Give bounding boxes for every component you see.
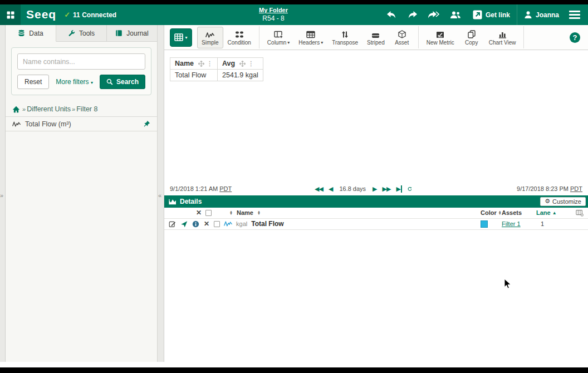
user-menu[interactable]: Joanna xyxy=(517,4,566,25)
details-panel-title: Details xyxy=(180,198,202,205)
tab-tools[interactable]: Tools xyxy=(56,25,107,41)
timezone-link[interactable]: PDT xyxy=(219,185,232,192)
tab-data-label: Data xyxy=(29,30,43,37)
topbar-actions: Get link Joanna xyxy=(381,4,588,25)
column-menu-icon[interactable]: ⋮ xyxy=(207,60,213,67)
pin-icon[interactable] xyxy=(143,120,150,127)
fast-forward-button[interactable] xyxy=(423,4,445,25)
my-folder-link[interactable]: My Folder xyxy=(259,6,288,14)
details-table-header: ✕ ▲▼ Name ▲▼ Color ▲▼ Assets Lane ▲ xyxy=(164,208,588,219)
undo-button[interactable] xyxy=(381,4,402,25)
drag-handle-icon[interactable] xyxy=(239,61,246,67)
table-options-icon xyxy=(576,209,584,217)
toolbar-button-simple[interactable]: Simple xyxy=(197,27,223,48)
simple-table-header-avg[interactable]: Avg⋮ xyxy=(218,58,263,70)
search-button[interactable]: Search xyxy=(100,75,145,89)
sort-icon[interactable]: ▲▼ xyxy=(229,210,233,215)
chevron-down-icon: ▾ xyxy=(185,35,187,40)
toolbar-button-asset[interactable]: Asset xyxy=(389,27,415,48)
asset-link[interactable]: Filter 1 xyxy=(502,220,521,227)
simple-table: Name⋮ Avg⋮ Total Flow 2541.9 kgal xyxy=(170,57,263,81)
connection-status[interactable]: ✓ 11 Connected xyxy=(64,11,116,19)
refresh-icon[interactable] xyxy=(408,185,412,193)
row-lane: 1 xyxy=(536,220,544,227)
undo-icon xyxy=(386,11,397,19)
display-range-bar: 9/1/2018 1:21 AMPDT ◀◀ ◀ 16.8 days ▶ ▶▶ … xyxy=(164,183,588,195)
area-chart-icon xyxy=(169,198,177,205)
range-end[interactable]: 9/17/2018 8:23 PMPDT xyxy=(517,185,582,192)
help-button[interactable]: ? xyxy=(570,32,580,43)
user-name: Joanna xyxy=(536,11,559,19)
breadcrumb-separator: » xyxy=(72,106,75,112)
row-checkbox[interactable] xyxy=(214,221,220,227)
customize-button[interactable]: ⚙ Customize xyxy=(540,197,586,206)
sort-icon[interactable]: ▲▼ xyxy=(257,210,261,215)
toolbar-button-column[interactable]: Column▾ xyxy=(263,27,294,48)
more-filters-link[interactable]: More filters ▾ xyxy=(56,78,93,86)
range-start-date[interactable]: 9/1/2018 1:21 AM xyxy=(170,185,218,192)
toolbar-button-striped[interactable]: Striped xyxy=(362,27,389,48)
remove-all-icon[interactable]: ✕ xyxy=(196,209,202,217)
simple-table-header-name[interactable]: Name⋮ xyxy=(170,58,218,70)
user-icon xyxy=(524,11,532,19)
table-view-dropdown-button[interactable]: ▾ xyxy=(170,28,192,47)
get-link-button[interactable]: Get link xyxy=(466,4,517,25)
step-to-now-icon[interactable]: ▶ xyxy=(396,185,401,193)
breadcrumb-item-filter-8[interactable]: Filter 8 xyxy=(76,105,97,113)
tab-journal[interactable]: Journal xyxy=(107,25,157,41)
expand-left-panel-handle[interactable]: » xyxy=(0,192,3,199)
breadcrumb: » Different Units » Filter 8 xyxy=(6,102,157,117)
condition-capsules-icon xyxy=(235,30,244,38)
metric-icon xyxy=(436,30,444,38)
range-duration[interactable]: 16.8 days xyxy=(339,185,366,192)
toolbar-button-chart-view[interactable]: Chart View xyxy=(484,27,521,48)
collaborators-button[interactable] xyxy=(445,4,466,25)
search-input[interactable] xyxy=(17,53,145,70)
toolbar-button-transpose[interactable]: Transpose xyxy=(327,27,362,48)
toolbar-button-label: Simple xyxy=(202,40,219,46)
column-menu-icon[interactable]: ⋮ xyxy=(248,60,254,67)
app-grid-button[interactable] xyxy=(0,4,21,25)
details-column-lane[interactable]: Lane xyxy=(536,209,551,216)
toolbar-button-condition[interactable]: Condition xyxy=(223,27,256,48)
color-swatch[interactable] xyxy=(481,220,488,228)
toolbar-button-headers[interactable]: Headers▾ xyxy=(294,27,327,48)
details-row-total-flow[interactable]: ✕ kgal Total Flow Filter 1 1 xyxy=(164,219,588,230)
range-start[interactable]: 9/1/2018 1:21 AMPDT xyxy=(170,185,232,192)
details-table-options[interactable] xyxy=(567,209,584,217)
panel-splitter[interactable]: « xyxy=(158,25,164,362)
striped-bar-icon xyxy=(371,30,380,38)
step-back-full-icon[interactable]: ◀◀ xyxy=(315,185,323,193)
screen: Seeq ✓ 11 Connected My Folder R54 - 8 xyxy=(0,0,588,373)
details-column-color[interactable]: Color xyxy=(481,209,497,216)
collapse-left-panel-handle[interactable]: « xyxy=(158,192,161,199)
grid-icon xyxy=(6,11,15,19)
navigate-icon[interactable] xyxy=(180,220,188,228)
step-forward-half-icon[interactable]: ▶ xyxy=(373,185,376,193)
table-row[interactable]: Total Flow 2541.9 kgal xyxy=(170,70,263,81)
top-bar: Seeq ✓ 11 Connected My Folder R54 - 8 xyxy=(0,4,588,25)
tab-data[interactable]: Data xyxy=(6,25,56,42)
timezone-link[interactable]: PDT xyxy=(570,185,582,192)
tab-tools-label: Tools xyxy=(79,30,95,37)
select-all-checkbox[interactable] xyxy=(205,210,212,216)
signal-list-item[interactable]: Total Flow (m³) xyxy=(6,117,157,131)
toolbar-button-copy[interactable]: Copy xyxy=(459,27,484,48)
remove-icon[interactable]: ✕ xyxy=(204,220,209,228)
toolbar-button-new-metric[interactable]: New Metric xyxy=(422,27,459,48)
redo-button[interactable] xyxy=(402,4,423,25)
reset-button[interactable]: Reset xyxy=(17,75,49,89)
details-column-assets[interactable]: Assets xyxy=(502,209,536,216)
breadcrumb-item-different-units[interactable]: Different Units xyxy=(27,105,71,113)
step-forward-full-icon[interactable]: ▶▶ xyxy=(383,185,391,193)
hamburger-menu-button[interactable] xyxy=(569,11,580,19)
toolbar-divider xyxy=(523,26,524,48)
details-column-name[interactable]: Name xyxy=(237,209,253,216)
info-icon[interactable] xyxy=(192,220,199,228)
home-icon[interactable] xyxy=(12,106,20,113)
drag-handle-icon[interactable] xyxy=(198,61,204,67)
step-back-half-icon[interactable]: ◀ xyxy=(329,185,332,193)
range-end-date[interactable]: 9/17/2018 8:23 PM xyxy=(517,185,569,192)
sort-icon[interactable]: ▲▼ xyxy=(498,210,502,215)
edit-icon[interactable] xyxy=(169,220,176,228)
